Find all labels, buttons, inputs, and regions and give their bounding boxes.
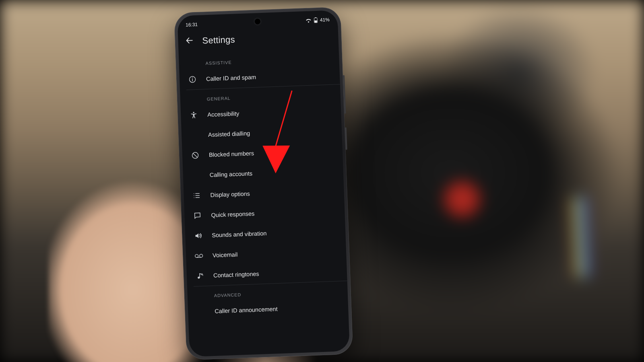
svg-point-7 (193, 112, 194, 113)
voicemail-icon (192, 252, 206, 260)
block-icon (189, 151, 202, 160)
status-battery-text: 41% (320, 17, 330, 23)
status-right: 41% (305, 17, 330, 23)
row-label: Caller ID announcement (215, 303, 340, 314)
svg-point-16 (195, 254, 198, 257)
battery-icon (314, 17, 318, 23)
empty-icon (190, 175, 202, 176)
row-label: Accessibility (207, 107, 333, 118)
svg-point-17 (200, 254, 203, 257)
phone: 16:31 41% Settings ASSISTIVE (174, 7, 353, 360)
list-icon (190, 191, 203, 200)
sound-icon (192, 232, 205, 240)
svg-rect-2 (314, 21, 317, 23)
settings-list[interactable]: ASSISTIVE Caller ID and spam GENERAL Acc… (179, 49, 349, 330)
arrow-back-icon (185, 36, 194, 47)
page-title: Settings (202, 34, 235, 46)
svg-rect-1 (315, 17, 316, 18)
back-button[interactable] (184, 35, 195, 47)
row-label: Quick responses (211, 208, 336, 218)
wifi-icon (305, 18, 312, 23)
row-label: Contact ringtones (213, 267, 339, 278)
status-time: 16:31 (186, 22, 198, 28)
row-label: Sounds and vibration (212, 227, 337, 238)
empty-icon (188, 135, 201, 136)
ringtone-icon (193, 272, 206, 280)
row-label: Display options (210, 187, 336, 198)
row-label: Blocked numbers (209, 147, 334, 158)
info-icon (186, 75, 199, 84)
accessibility-icon (187, 111, 200, 119)
row-label: Assisted dialling (208, 127, 334, 138)
phone-screen: 16:31 41% Settings ASSISTIVE (177, 10, 350, 357)
empty-icon (194, 311, 207, 312)
row-label: Caller ID and spam (206, 71, 332, 82)
row-label: Voicemail (213, 247, 338, 258)
row-label: Calling accounts (210, 167, 335, 178)
svg-line-3 (187, 40, 192, 41)
svg-line-9 (193, 153, 198, 158)
chat-icon (191, 212, 204, 220)
